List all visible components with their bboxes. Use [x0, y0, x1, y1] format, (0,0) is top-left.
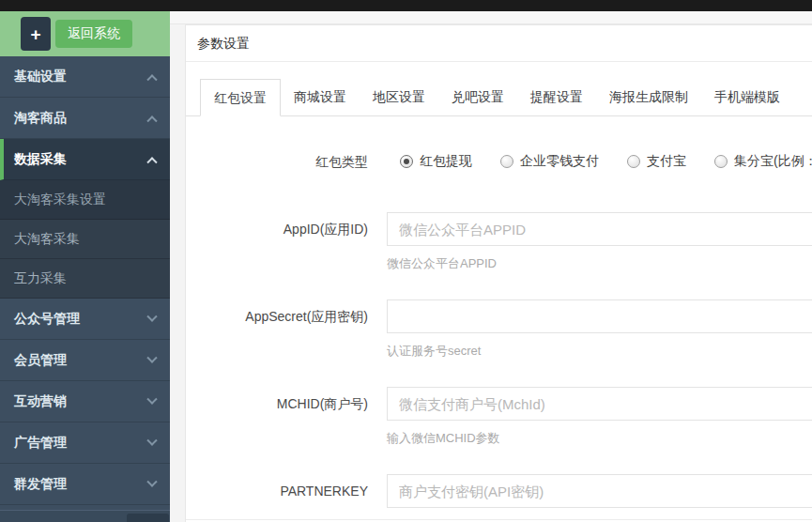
sidebar-item-official-account[interactable]: 公众号管理 [0, 299, 170, 340]
screen: + 返回系统 基础设置 淘客商品 数据采集 大淘客采集设置 [0, 0, 812, 522]
sidebar-header: + 返回系统 [0, 11, 170, 56]
tab-region-settings[interactable]: 地区设置 [360, 79, 438, 115]
chevron-down-icon [146, 352, 157, 362]
mchid-input[interactable] [387, 387, 812, 421]
field-hint: 微信公众平台APPID [387, 255, 812, 272]
sidebar-item-ad-management[interactable]: 广告管理 [0, 422, 170, 464]
radio-alipay[interactable]: 支付宝 [627, 153, 686, 170]
field-label: AppID(应用ID) [186, 212, 368, 272]
sidebar-subitem-label: 大淘客采集 [14, 231, 80, 248]
main-content: 参数设置 红包设置 商城设置 地区设置 兑吧设置 提醒设置 海报生成限制 手机端… [170, 11, 812, 522]
sidebar-item-label: 数据采集 [14, 151, 148, 168]
partnerkey-row: PARTNERKEY [186, 474, 812, 508]
radio-label: 集分宝(比例：1元=100集分宝) [734, 153, 812, 170]
red-packet-type-radio-group: 红包提现 企业零钱支付 支付宝 [387, 152, 812, 171]
back-to-system-button[interactable]: 返回系统 [55, 20, 132, 48]
mchid-row: MCHID(商户号) 输入微信MCHID参数 [186, 387, 812, 447]
tab-red-packet-settings[interactable]: 红包设置 [200, 79, 281, 116]
plus-button[interactable]: + [21, 17, 51, 51]
radio-icon [627, 155, 640, 168]
tab-mall-settings[interactable]: 商城设置 [281, 79, 360, 115]
sidebar-footer-knob [127, 514, 169, 522]
parameter-form: 红包类型 红包提现 企业零钱支付 [186, 152, 812, 522]
sidebar-subitem-dataoke-collect[interactable]: 大淘客采集 [0, 220, 170, 259]
sidebar-item-label: 群发管理 [14, 476, 148, 493]
sidebar-item-member-management[interactable]: 会员管理 [0, 340, 170, 381]
tab-mobile-template[interactable]: 手机端模版 [701, 79, 793, 115]
sidebar-subitem-dataoke-collect-settings[interactable]: 大淘客采集设置 [0, 180, 170, 220]
chevron-down-icon [146, 393, 157, 404]
radio-icon [500, 155, 513, 168]
radio-enterprise-payment[interactable]: 企业零钱支付 [500, 153, 599, 170]
sidebar: + 返回系统 基础设置 淘客商品 数据采集 大淘客采集设置 [0, 11, 170, 522]
radio-icon [714, 155, 728, 168]
sidebar-item-label: 基础设置 [14, 69, 148, 85]
sidebar-item-basic-settings[interactable]: 基础设置 [0, 56, 170, 98]
appid-input[interactable] [387, 212, 812, 246]
sidebar-subitem-huli-collect[interactable]: 互力采集 [0, 259, 170, 299]
field-label: 红包类型 [186, 152, 368, 171]
radio-label: 红包提现 [420, 153, 472, 170]
sidebar-item-mass-send-management[interactable]: 群发管理 [0, 464, 170, 505]
page-title: 参数设置 [186, 25, 812, 62]
radio-icon [400, 155, 413, 168]
sidebar-item-data-collection[interactable]: 数据采集 [0, 139, 170, 180]
sidebar-item-label: 广告管理 [14, 435, 148, 452]
app-layout: + 返回系统 基础设置 淘客商品 数据采集 大淘客采集设置 [0, 11, 812, 522]
partnerkey-input[interactable] [387, 474, 812, 508]
settings-card: 参数设置 红包设置 商城设置 地区设置 兑吧设置 提醒设置 海报生成限制 手机端… [185, 24, 812, 522]
appsecret-row: AppSecret(应用密钥) 认证服务号secret [186, 299, 812, 360]
appsecret-input[interactable] [387, 299, 812, 333]
red-packet-type-row: 红包类型 红包提现 企业零钱支付 [186, 152, 812, 171]
field-label: PARTNERKEY [186, 474, 368, 508]
sidebar-item-label: 会员管理 [14, 352, 148, 369]
sidebar-item-interactive-marketing[interactable]: 互动营销 [0, 381, 170, 422]
tab-duiba-settings[interactable]: 兑吧设置 [438, 79, 517, 115]
appid-row: AppID(应用ID) 微信公众平台APPID [186, 212, 812, 272]
radio-label: 支付宝 [647, 153, 686, 170]
chevron-down-icon [146, 435, 157, 445]
top-black-bar [0, 0, 812, 11]
sidebar-menu: 基础设置 淘客商品 数据采集 大淘客采集设置 大淘客采集 [0, 56, 170, 510]
plus-icon: + [30, 24, 40, 44]
chevron-up-icon [146, 74, 157, 84]
field-hint: 输入微信MCHID参数 [387, 430, 812, 447]
sidebar-item-label: 公众号管理 [14, 311, 148, 328]
tab-reminder-settings[interactable]: 提醒设置 [517, 79, 596, 115]
chevron-up-icon [146, 115, 157, 126]
settings-tabs: 红包设置 商城设置 地区设置 兑吧设置 提醒设置 海报生成限制 手机端模版 [186, 79, 812, 116]
tab-poster-limit[interactable]: 海报生成限制 [596, 79, 701, 115]
chevron-up-icon [146, 157, 157, 167]
radio-red-packet-withdraw[interactable]: 红包提现 [400, 153, 472, 170]
sidebar-item-label: 淘客商品 [14, 110, 148, 127]
field-label: AppSecret(应用密钥) [186, 299, 368, 360]
radio-jifenbao[interactable]: 集分宝(比例：1元=100集分宝) [714, 153, 812, 170]
sidebar-item-taoke-products[interactable]: 淘客商品 [0, 98, 170, 139]
field-hint: 认证服务号secret [387, 343, 812, 360]
sidebar-footer [0, 510, 170, 522]
field-label: MCHID(商户号) [186, 387, 368, 447]
chevron-down-icon [146, 311, 157, 321]
chevron-down-icon [146, 476, 157, 486]
sidebar-item-label: 互动营销 [14, 393, 148, 410]
sidebar-subitem-label: 互力采集 [14, 270, 67, 287]
content-top-strip [170, 11, 812, 24]
sidebar-subitem-label: 大淘客采集设置 [14, 192, 106, 208]
radio-label: 企业零钱支付 [520, 153, 599, 170]
